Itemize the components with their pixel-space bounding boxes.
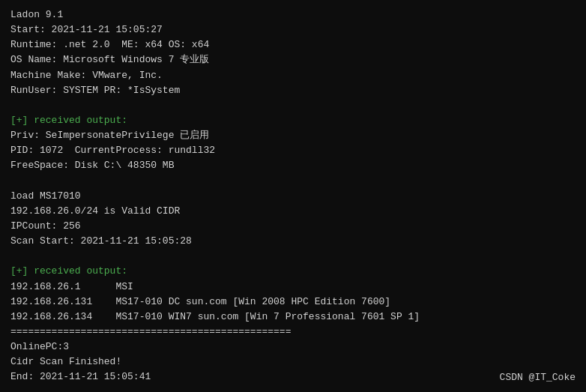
watermark: CSDN @IT_Coke xyxy=(500,372,576,383)
terminal-line: End: 2021-11-21 15:05:41 xyxy=(10,370,576,385)
terminal-line: [+] received output: xyxy=(10,264,576,279)
terminal-line: OnlinePC:3 xyxy=(10,340,576,355)
terminal-line: Ladon 9.1 xyxy=(10,7,576,22)
terminal-line: 192.168.26.134 MS17-010 WIN7 sun.com [Wi… xyxy=(10,310,576,325)
terminal-line: Priv: SeImpersonatePrivilege 已启用 xyxy=(10,128,576,143)
terminal-line: 192.168.26.0/24 is Valid CIDR xyxy=(10,204,576,219)
terminal-line: 192.168.26.131 MS17-010 DC sun.com [Win … xyxy=(10,295,576,310)
terminal-line xyxy=(10,249,576,264)
terminal-line: RunUser: SYSTEM PR: *IsSystem xyxy=(10,83,576,98)
terminal-line: 192.168.26.1 MSI xyxy=(10,280,576,295)
terminal-window: Ladon 9.1Start: 2021-11-21 15:05:27Runti… xyxy=(0,0,586,392)
terminal-line: OS Name: Microsoft Windows 7 专业版 xyxy=(10,52,576,67)
terminal-line: FreeSpace: Disk C:\ 48350 MB xyxy=(10,158,576,173)
terminal-line: Machine Make: VMware, Inc. xyxy=(10,68,576,83)
terminal-line: ========================================… xyxy=(10,325,576,340)
terminal-line: Runtime: .net 2.0 ME: x64 OS: x64 xyxy=(10,37,576,52)
terminal-line: PID: 1072 CurrentProcess: rundll32 xyxy=(10,143,576,158)
terminal-line: Scan Start: 2021-11-21 15:05:28 xyxy=(10,234,576,249)
terminal-line: [+] received output: xyxy=(10,113,576,128)
terminal-line: Start: 2021-11-21 15:05:27 xyxy=(10,22,576,37)
terminal-line xyxy=(10,98,576,113)
terminal-line: Cidr Scan Finished! xyxy=(10,355,576,370)
terminal-line: IPCount: 256 xyxy=(10,219,576,234)
terminal-line xyxy=(10,174,576,189)
terminal-output: Ladon 9.1Start: 2021-11-21 15:05:27Runti… xyxy=(10,7,576,385)
terminal-line: load MS17010 xyxy=(10,189,576,204)
